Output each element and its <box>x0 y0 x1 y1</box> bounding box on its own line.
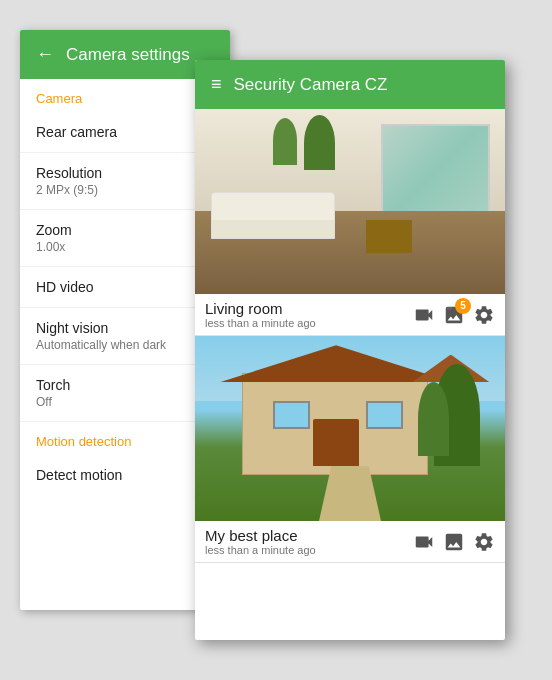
night-vision-subtitle: Automatically when dark <box>36 338 214 352</box>
living-room-badge: 5 <box>455 298 471 314</box>
resolution-title: Resolution <box>36 165 214 181</box>
torch-subtitle: Off <box>36 395 214 409</box>
my-best-place-name: My best place <box>205 527 316 544</box>
security-camera-header: ≡ Security Camera CZ <box>195 60 505 109</box>
hd-video-title: HD video <box>36 279 214 295</box>
rear-camera-title: Rear camera <box>36 124 214 140</box>
zoom-title: Zoom <box>36 222 214 238</box>
living-room-actions: 5 <box>413 304 495 326</box>
back-arrow-icon[interactable]: ← <box>36 44 54 65</box>
hamburger-icon[interactable]: ≡ <box>211 74 222 95</box>
living-room-time: less than a minute ago <box>205 317 316 329</box>
security-camera-card: ≡ Security Camera CZ Living room less th… <box>195 60 505 640</box>
night-vision-title: Night vision <box>36 320 214 336</box>
my-best-place-photos-icon[interactable] <box>443 531 465 553</box>
living-room-name-area: Living room less than a minute ago <box>205 300 316 329</box>
security-camera-title: Security Camera CZ <box>234 75 388 95</box>
my-best-place-name-area: My best place less than a minute ago <box>205 527 316 556</box>
living-room-info-bar: Living room less than a minute ago <box>195 294 505 335</box>
house-bg <box>195 336 505 521</box>
my-best-place-settings-icon[interactable] <box>473 531 495 553</box>
resolution-subtitle: 2 MPx (9:5) <box>36 183 214 197</box>
living-room-photos-badge-container: 5 <box>443 304 465 326</box>
torch-title: Torch <box>36 377 214 393</box>
my-best-place-actions <box>413 531 495 553</box>
my-best-place-time: less than a minute ago <box>205 544 316 556</box>
living-room-feed: Living room less than a minute ago <box>195 109 505 336</box>
living-room-name: Living room <box>205 300 316 317</box>
my-best-place-thumbnail[interactable] <box>195 336 505 521</box>
living-room-video-icon[interactable] <box>413 304 435 326</box>
zoom-subtitle: 1.00x <box>36 240 214 254</box>
living-room-bg <box>195 109 505 294</box>
my-best-place-info-bar: My best place less than a minute ago <box>195 521 505 562</box>
living-room-thumbnail[interactable] <box>195 109 505 294</box>
detect-motion-title: Detect motion <box>36 467 214 483</box>
my-best-place-video-icon[interactable] <box>413 531 435 553</box>
camera-settings-title: Camera settings <box>66 45 190 65</box>
living-room-settings-icon[interactable] <box>473 304 495 326</box>
svg-rect-0 <box>447 306 453 309</box>
my-best-place-feed: My best place less than a minute ago <box>195 336 505 563</box>
